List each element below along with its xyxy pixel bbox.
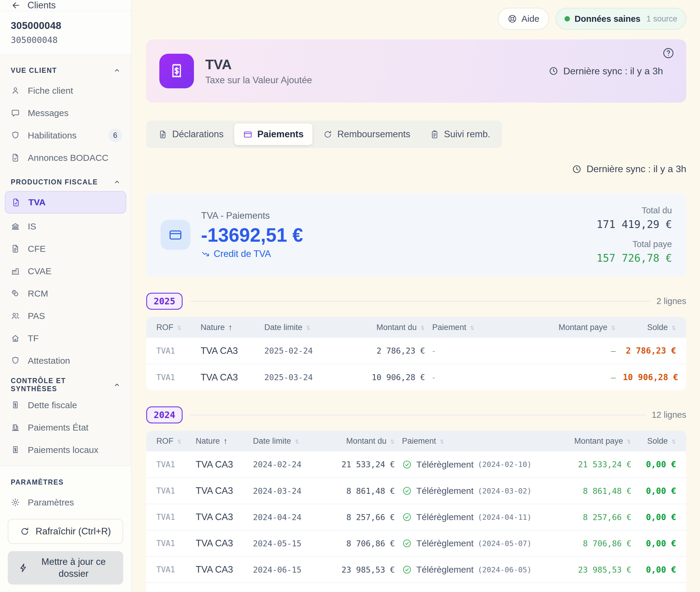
sidebar-item-attestation[interactable]: Attestation xyxy=(0,349,131,372)
year-badge: 2024 xyxy=(146,406,183,424)
payments-table-2024: ROF↑↓Nature↑Date limite↑↓Montant du↑↓Pai… xyxy=(146,431,686,592)
card-tile xyxy=(160,220,190,250)
sidebar-item-label: Messages xyxy=(28,108,69,118)
last-sync-label: Dernière sync : il y a 3h xyxy=(563,66,663,77)
clock-icon xyxy=(572,164,582,174)
person-icon xyxy=(11,86,20,95)
column-header-nature[interactable]: Nature↑ xyxy=(192,431,249,451)
column-header-pay[interactable]: Paiement↑↓ xyxy=(429,317,516,338)
column-header-solde[interactable]: Solde↑↓ xyxy=(635,431,686,451)
lightning-icon xyxy=(18,563,29,573)
column-header-date[interactable]: Date limite↑↓ xyxy=(249,431,323,451)
cell-paiement: Télérèglement (2024-05-07) xyxy=(398,530,547,556)
home-icon xyxy=(11,334,20,343)
column-header-rof[interactable]: ROF↑↓ xyxy=(146,431,192,451)
payment-date: (2024-03-02) xyxy=(478,487,532,495)
column-header-date[interactable]: Date limite↑↓ xyxy=(261,317,354,338)
tva-tile xyxy=(159,54,194,88)
help-button[interactable]: Aide xyxy=(498,8,549,30)
cell-solde: 10 906,28 € xyxy=(619,364,686,390)
data-health-badge[interactable]: Données saines 1 source xyxy=(556,8,686,30)
sidebar-item-fiche-client[interactable]: Fiche client xyxy=(0,80,131,102)
column-header-pay[interactable]: Paiement↑↓ xyxy=(398,431,547,451)
update-folder-button[interactable]: Mettre à jour ce dossier xyxy=(8,551,123,585)
column-header-due[interactable]: Montant du↑↓ xyxy=(354,317,429,338)
cell-nature: TVA CA3 xyxy=(192,451,249,478)
sort-icon: ↑↓ xyxy=(420,324,425,332)
sidebar-item-messages[interactable]: Messages xyxy=(0,102,131,124)
sidebar-item-tva[interactable]: TVA xyxy=(5,191,126,214)
tab-declarations[interactable]: Déclarations xyxy=(149,124,233,145)
year-section-2024: 2024 12 lignes ROF↑↓Nature↑Date limite↑↓… xyxy=(146,406,686,592)
sidebar-item-annonces-bodacc[interactable]: Annonces BODACC xyxy=(0,147,131,169)
total-due-value: 171 419,29 € xyxy=(596,218,672,230)
credit-card-icon xyxy=(168,228,183,242)
sort-icon: ↑↓ xyxy=(177,324,182,332)
sidebar-item-paiements-locaux[interactable]: Paiements locaux xyxy=(0,439,131,461)
cell-date-limite: 2024-04-24 xyxy=(249,504,323,530)
sidebar-item-tf[interactable]: TF xyxy=(0,327,131,349)
total-paid-block: Total paye 157 726,78 € xyxy=(596,239,672,264)
section-production-fiscale[interactable]: PRODUCTION FISCALE xyxy=(0,177,131,187)
sidebar-item-label: Dette fiscale xyxy=(28,400,77,410)
sidebar-footer: Rafraîchir (Ctrl+R) Mettre à jour ce dos… xyxy=(0,513,131,592)
cell-date-limite: 2024-03-24 xyxy=(249,478,323,504)
column-header-rof[interactable]: ROF↑↓ xyxy=(146,317,197,338)
sidebar-item-parametres[interactable]: Paramètres xyxy=(0,491,131,513)
section-label: PRODUCTION FISCALE xyxy=(11,178,98,186)
sidebar-item-cvae[interactable]: CVAE xyxy=(0,260,131,282)
payment-date: (2024-02-10) xyxy=(478,460,532,469)
column-header-nature[interactable]: Nature↑ xyxy=(197,317,261,338)
cell-paiement: Télérèglement (2024-04-11) xyxy=(398,504,547,530)
sidebar-item-dette-fiscale[interactable]: Dette fiscale xyxy=(0,394,131,416)
column-header-solde[interactable]: Solde↑↓ xyxy=(619,317,686,338)
tab-paiements[interactable]: Paiements xyxy=(234,124,312,145)
sidebar-item-is[interactable]: IS xyxy=(0,215,131,238)
chevron-up-icon xyxy=(113,178,121,186)
refresh-button[interactable]: Rafraîchir (Ctrl+R) xyxy=(8,519,123,544)
tab-remboursements[interactable]: Remboursements xyxy=(314,124,419,145)
tab-suivi-remb[interactable]: Suivi remb. xyxy=(421,124,499,145)
section-vue-client[interactable]: VUE CLIENT xyxy=(0,65,131,76)
sort-icon: ↑↓ xyxy=(470,324,475,332)
sidebar-item-habilitations[interactable]: Habilitations 6 xyxy=(0,124,131,147)
cell-montant-du: 21 533,24 € xyxy=(323,451,399,478)
shield-icon xyxy=(11,356,20,365)
sidebar-item-rcm[interactable]: RCM xyxy=(0,282,131,305)
main-content: Aide Données saines 1 source TVA Taxe su… xyxy=(131,0,700,592)
year-row: 2025 2 lignes xyxy=(146,293,686,310)
cell-paiement: Télérèglement (2024-03-02) xyxy=(398,478,547,504)
document-check-icon xyxy=(11,153,20,162)
credit-tva-link[interactable]: Credit de TVA xyxy=(201,249,303,259)
document-lines-icon xyxy=(158,130,167,139)
section-controle-syntheses[interactable]: CONTRÔLE ET SYNTHÈSES xyxy=(0,380,131,390)
cell-rof: TVA1 xyxy=(146,504,192,530)
sidebar-item-paiements-etat[interactable]: Paiements État xyxy=(0,416,131,439)
client-name: 305000048 xyxy=(11,20,120,31)
column-header-due[interactable]: Montant du↑↓ xyxy=(323,431,399,451)
clock-icon xyxy=(548,66,559,76)
page-title: TVA xyxy=(205,56,312,72)
sort-icon: ↑↓ xyxy=(611,324,616,332)
sidebar-item-cfe[interactable]: CFE xyxy=(0,238,131,260)
column-header-paid[interactable]: Montant paye↑↓ xyxy=(516,317,619,338)
cell-paiement: - xyxy=(429,338,516,364)
cell-montant-paye: 8 706,86 € xyxy=(547,530,635,556)
column-header-paid[interactable]: Montant paye↑↓ xyxy=(547,431,635,451)
sidebar-item-label: CVAE xyxy=(28,266,51,276)
payment-method: Télérèglement xyxy=(416,512,473,522)
cell-date-limite: 2024-06-15 xyxy=(249,556,323,583)
back-to-clients-button[interactable]: Clients xyxy=(0,0,131,11)
cell-solde: 0,00 € xyxy=(635,478,686,504)
habilitations-count-badge: 6 xyxy=(108,129,122,142)
year-badge: 2025 xyxy=(146,293,183,310)
question-circle-icon[interactable] xyxy=(662,47,675,60)
cell-rof: TVA1 xyxy=(146,583,192,592)
line-count: 12 lignes xyxy=(652,410,686,420)
sidebar-item-label: IS xyxy=(28,221,36,232)
sidebar-item-pas[interactable]: PAS xyxy=(0,305,131,327)
sidebar-item-label: Habilitations xyxy=(28,131,77,141)
page-subtitle: Taxe sur la Valeur Ajoutée xyxy=(205,75,312,86)
cell-date-limite: 2025-02-24 xyxy=(261,338,354,364)
factory-icon xyxy=(11,266,20,276)
